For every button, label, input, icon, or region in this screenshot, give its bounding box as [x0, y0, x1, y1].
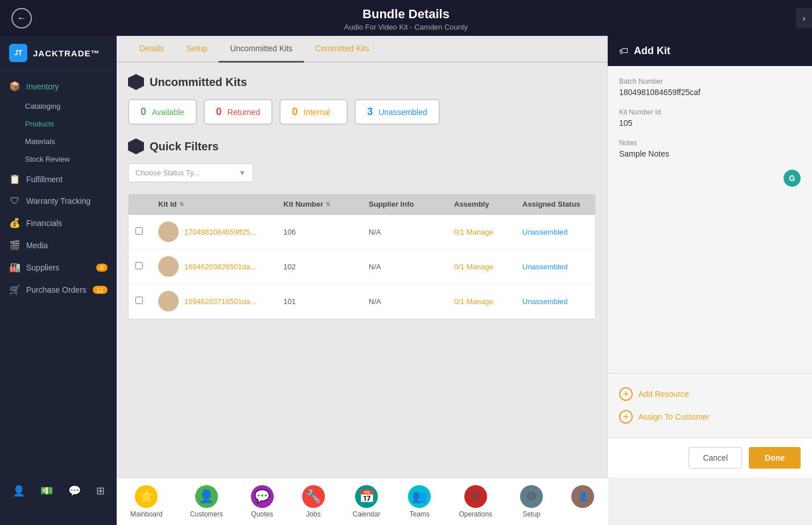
kits-table: Kit Id ⇅ Kit Number ⇅ Supplier Info Asse…: [128, 194, 596, 319]
uncommitted-kits-header: Uncommitted Kits: [128, 74, 596, 90]
sidebar-label-fulfillment: Fulfillment: [26, 175, 63, 184]
row1-assembly[interactable]: 0/1 Manage: [454, 228, 522, 236]
sidebar-item-suppliers[interactable]: 🏭 Suppliers 6: [0, 256, 117, 278]
status-type-dropdown[interactable]: Choose Status Ty... ▼: [128, 163, 253, 182]
sidebar-qr-button[interactable]: ⊞: [94, 482, 107, 520]
sidebar-item-warranty-tracking[interactable]: 🛡 Warranty Tracking: [0, 190, 117, 212]
quick-filters-title: Quick Filters: [150, 140, 219, 153]
suppliers-badge: 6: [96, 264, 108, 272]
unassembled-label: Unassembled: [378, 108, 427, 117]
sort-kit-number-icon[interactable]: ⇅: [325, 201, 330, 207]
col-supplier-info: Supplier Info: [369, 200, 454, 208]
nav-user-avatar[interactable]: 👤: [557, 478, 608, 525]
col-checkbox: [135, 200, 158, 208]
sort-kit-id-icon[interactable]: ⇅: [179, 201, 184, 207]
calendar-label: Calendar: [353, 510, 381, 518]
sidebar-item-products[interactable]: Products: [0, 115, 117, 133]
purchase-orders-icon: 🛒: [9, 284, 20, 295]
nav-customers[interactable]: 👤 Customers: [176, 478, 237, 525]
tab-committed-kits[interactable]: Committed Kits: [304, 36, 381, 63]
quotes-icon: 💬: [251, 485, 274, 508]
tab-uncommitted-kits[interactable]: Uncommitted Kits: [219, 36, 304, 63]
row2-avatar: [158, 256, 179, 277]
cancel-button[interactable]: Cancel: [689, 447, 742, 469]
sidebar-item-cataloging[interactable]: Cataloging: [0, 97, 117, 115]
teams-icon: 👥: [408, 485, 431, 508]
sidebar-item-stock-review[interactable]: Stock Review: [0, 150, 117, 168]
row1-supplier-info: N/A: [369, 228, 454, 236]
hex-icon: [128, 74, 144, 90]
sidebar-chat-button[interactable]: 💬: [66, 482, 83, 520]
assign-customer-action[interactable]: + Assign To Customer: [619, 405, 801, 428]
sidebar-item-fulfillment[interactable]: 📋 Fulfillment: [0, 168, 117, 190]
row3-avatar: [158, 291, 179, 311]
purchase-orders-badge: 11: [93, 286, 108, 294]
calendar-icon: 📅: [355, 485, 378, 508]
row1-kit-id[interactable]: 1704981084659ff25...: [184, 228, 256, 236]
user-avatar: 👤: [571, 485, 594, 508]
customers-label: Customers: [190, 510, 223, 518]
nav-teams[interactable]: 👥 Teams: [394, 478, 445, 525]
grammarly-area: G: [619, 170, 801, 187]
row2-supplier-info: N/A: [369, 262, 454, 271]
toggle-panel-button[interactable]: ›: [796, 8, 812, 28]
operations-icon: ⚙: [464, 485, 487, 508]
pill-internal[interactable]: 0 Internal: [279, 99, 348, 125]
chat-icon: 💬: [68, 485, 81, 497]
sidebar-label-inventory: Inventory: [26, 82, 59, 91]
col-kit-number: Kit Number ⇅: [283, 200, 369, 208]
done-button[interactable]: Done: [749, 447, 801, 469]
sidebar-item-materials[interactable]: Materials: [0, 133, 117, 150]
row1-checkbox[interactable]: [135, 227, 158, 237]
row1-kit-number: 106: [283, 228, 369, 236]
nav-setup[interactable]: ⚙ Setup: [506, 478, 557, 525]
row2-assigned-status: Unassembled: [522, 262, 596, 271]
sidebar-item-financials[interactable]: 💰 Financials: [0, 212, 117, 234]
teams-label: Teams: [410, 510, 430, 518]
assign-customer-plus-icon: +: [619, 410, 633, 424]
sidebar-item-media[interactable]: 🎬 Media: [0, 234, 117, 256]
customers-icon: 👤: [195, 485, 218, 508]
returned-count: 0: [216, 106, 222, 118]
sidebar-item-inventory[interactable]: 📦 Inventory: [0, 75, 117, 97]
tab-setup[interactable]: Setup: [175, 36, 219, 63]
sidebar-billing-button[interactable]: 💵: [38, 482, 55, 520]
add-resource-action[interactable]: + Add Resource: [619, 383, 801, 405]
table-row: 1704981084659ff25... 106 N/A 0/1 Manage …: [129, 215, 595, 249]
quick-filters-section: Quick Filters Choose Status Ty... ▼: [128, 138, 596, 182]
nav-calendar[interactable]: 📅 Calendar: [339, 478, 394, 525]
user-profile-icon: 👤: [13, 485, 25, 497]
nav-mainboard[interactable]: ⭐ Mainboard: [117, 478, 176, 525]
quotes-label: Quotes: [251, 510, 273, 518]
notes-value: Sample Notes: [619, 149, 801, 158]
tab-details[interactable]: Details: [128, 36, 175, 63]
sidebar-label-materials: Materials: [25, 137, 55, 146]
warranty-icon: 🛡: [9, 196, 20, 206]
back-button[interactable]: ←: [11, 8, 32, 28]
jobs-icon: 🔧: [302, 485, 325, 508]
sidebar-label-stock-review: Stock Review: [25, 155, 70, 163]
sidebar-item-purchase-orders[interactable]: 🛒 Purchase Orders 11: [0, 278, 117, 301]
logo-text: JACKTRADE™: [33, 48, 100, 58]
sidebar-user-profile-button[interactable]: 👤: [10, 482, 27, 520]
setup-icon: ⚙: [520, 485, 543, 508]
notes-field: Notes Sample Notes: [619, 139, 801, 158]
row3-checkbox[interactable]: [135, 296, 158, 306]
row3-kit-number: 101: [283, 297, 369, 306]
row2-kit-id[interactable]: 16946203826501da...: [184, 262, 257, 271]
pill-unassembled[interactable]: 3 Unassembled: [355, 99, 440, 125]
nav-operations[interactable]: ⚙ Operations: [445, 478, 506, 525]
row2-checkbox[interactable]: [135, 261, 158, 272]
batch-number-label: Batch Number: [619, 77, 801, 85]
row2-assembly[interactable]: 0/1 Manage: [454, 262, 522, 271]
right-panel: 🏷 Add Kit Batch Number 1804981084659ff25…: [607, 36, 812, 478]
row3-kit-id[interactable]: 16946203716501da...: [184, 297, 257, 306]
pill-available[interactable]: 0 Available: [128, 99, 197, 125]
main-content: Details Setup Uncommitted Kits Committed…: [117, 36, 607, 478]
tag-icon: 🏷: [619, 46, 628, 56]
nav-quotes[interactable]: 💬 Quotes: [237, 478, 288, 525]
nav-jobs[interactable]: 🔧 Jobs: [288, 478, 339, 525]
pill-returned[interactable]: 0 Returned: [204, 99, 273, 125]
row3-assembly[interactable]: 0/1 Manage: [454, 297, 522, 306]
section-title: Uncommitted Kits: [150, 76, 247, 89]
